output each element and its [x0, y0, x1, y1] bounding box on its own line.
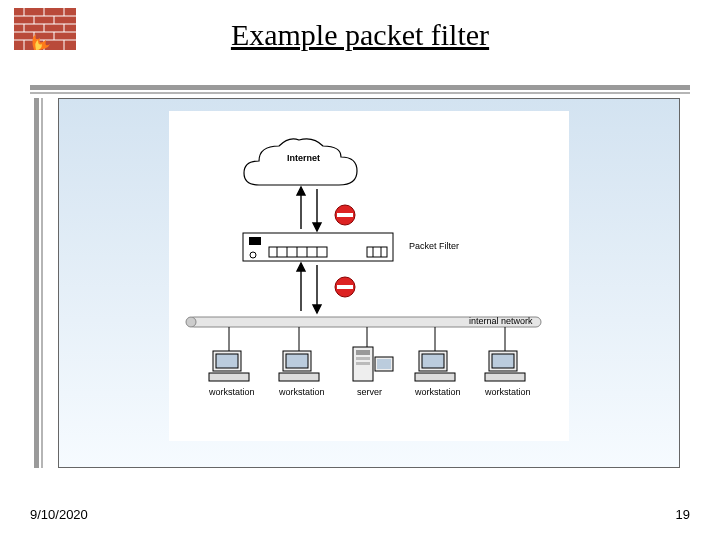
server-icon	[353, 347, 393, 381]
internal-network-label: internal network	[469, 316, 533, 326]
slide-number: 19	[676, 507, 690, 522]
svg-rect-56	[356, 350, 370, 355]
stop-sign-icon	[335, 205, 355, 225]
svg-rect-62	[422, 354, 444, 368]
side-bar-decor	[34, 98, 46, 468]
packet-filter-label: Packet Filter	[409, 241, 459, 251]
svg-rect-25	[249, 237, 261, 245]
svg-rect-65	[492, 354, 514, 368]
svg-rect-41	[337, 285, 353, 289]
workstation-icon	[415, 351, 455, 381]
svg-marker-19	[297, 187, 305, 195]
node-label: workstation	[209, 387, 255, 397]
node-label: workstation	[485, 387, 531, 397]
svg-rect-60	[377, 359, 391, 369]
svg-rect-23	[337, 213, 353, 217]
node-label: workstation	[279, 387, 325, 397]
workstation-icon	[209, 351, 249, 381]
node-label: server	[357, 387, 382, 397]
packet-filter-diagram: Internet Packet Filter internal network …	[169, 111, 569, 441]
svg-marker-21	[313, 223, 321, 231]
svg-rect-57	[356, 357, 370, 360]
svg-rect-66	[485, 373, 525, 381]
slide-title: Example packet filter	[0, 18, 720, 52]
workstation-icon	[279, 351, 319, 381]
svg-rect-58	[356, 362, 370, 365]
title-underline-bar	[30, 85, 690, 94]
svg-rect-63	[415, 373, 455, 381]
internet-label: Internet	[287, 153, 320, 163]
node-label: workstation	[415, 387, 461, 397]
svg-rect-53	[286, 354, 308, 368]
packet-filter-device-icon	[243, 233, 393, 261]
workstation-icon	[485, 351, 525, 381]
svg-point-43	[186, 317, 196, 327]
svg-marker-39	[313, 305, 321, 313]
svg-rect-51	[209, 373, 249, 381]
content-panel: Internet Packet Filter internal network …	[58, 98, 680, 468]
stop-sign-icon	[335, 277, 355, 297]
slide-date: 9/10/2020	[30, 507, 88, 522]
svg-rect-50	[216, 354, 238, 368]
svg-marker-37	[297, 263, 305, 271]
svg-rect-54	[279, 373, 319, 381]
